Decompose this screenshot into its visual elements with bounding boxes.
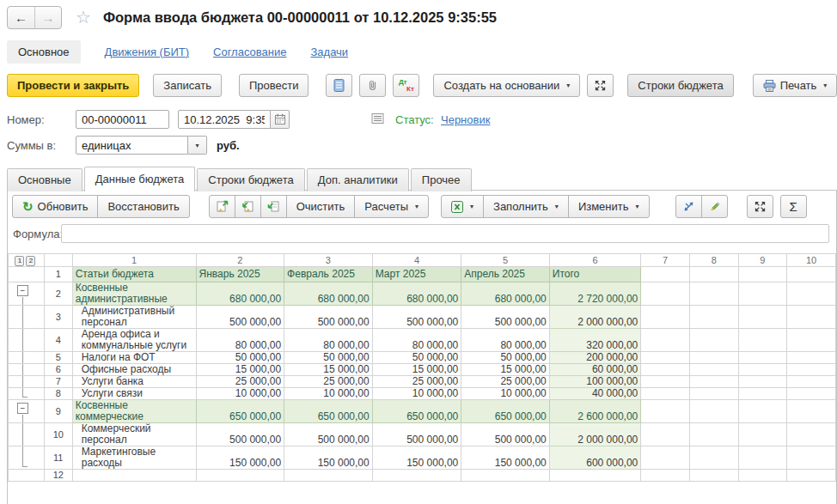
value-cell[interactable]: 10 000,00 xyxy=(196,388,284,400)
total-cell[interactable]: 2 600 000,00 xyxy=(549,400,641,423)
value-cell[interactable]: 80 000,00 xyxy=(284,329,373,352)
post-and-close-button[interactable]: Провести и закрыть xyxy=(7,74,139,97)
empty-cell[interactable] xyxy=(787,423,836,446)
column-header-8[interactable]: 8 xyxy=(689,254,738,267)
amounts-select[interactable] xyxy=(76,136,188,155)
empty-cell[interactable] xyxy=(641,352,690,364)
row-header-4[interactable]: 4 xyxy=(44,329,72,352)
tab-osnovnye[interactable]: Основные xyxy=(7,168,82,191)
empty-cell[interactable] xyxy=(738,446,787,470)
empty-cell[interactable] xyxy=(689,423,738,446)
nav-tab-main[interactable]: Основное xyxy=(7,40,81,64)
total-cell[interactable]: 2 000 000,00 xyxy=(549,423,641,446)
total-cell[interactable]: 200 000,00 xyxy=(549,352,641,364)
total-cell[interactable]: 2 000 000,00 xyxy=(549,306,641,329)
empty-cell[interactable] xyxy=(787,329,836,352)
row-header-9[interactable]: 9 xyxy=(44,400,72,423)
empty-cell[interactable] xyxy=(787,470,836,482)
row-header-2[interactable]: 2 xyxy=(44,282,72,306)
load-selected-button[interactable] xyxy=(260,195,287,218)
empty-cell[interactable] xyxy=(641,423,690,446)
collapse-group-button[interactable]: − xyxy=(17,285,28,296)
tab-extra-analytics[interactable]: Доп. аналитики xyxy=(307,168,409,191)
empty-cell[interactable] xyxy=(787,446,836,470)
article-cell[interactable]: Косвенные коммерческие xyxy=(72,400,196,423)
row-header-5[interactable]: 5 xyxy=(44,352,72,364)
empty-cell[interactable] xyxy=(738,388,787,400)
header-cell[interactable]: Статьи бюджета xyxy=(72,267,196,282)
value-cell[interactable]: 500 000,00 xyxy=(196,306,284,329)
date-input[interactable] xyxy=(178,110,271,129)
value-cell[interactable]: 25 000,00 xyxy=(461,376,550,388)
collapse-group-button[interactable]: − xyxy=(17,403,28,414)
value-cell[interactable]: 25 000,00 xyxy=(284,376,373,388)
total-cell[interactable]: 40 000,00 xyxy=(549,388,641,400)
empty-cell[interactable] xyxy=(689,282,738,306)
value-cell[interactable]: 500 000,00 xyxy=(372,306,461,329)
empty-cell[interactable] xyxy=(641,267,690,282)
row-header-12[interactable]: 12 xyxy=(44,470,72,482)
save-button[interactable]: Записать xyxy=(153,74,222,97)
empty-cell[interactable] xyxy=(738,329,787,352)
row-header-1[interactable]: 1 xyxy=(44,267,72,282)
empty-cell[interactable] xyxy=(738,267,787,282)
column-header-1[interactable]: 1 xyxy=(72,254,196,267)
column-header-9[interactable]: 9 xyxy=(738,254,787,267)
empty-cell[interactable] xyxy=(461,470,550,482)
status-list-button[interactable] xyxy=(371,112,384,124)
value-cell[interactable]: 680 000,00 xyxy=(372,282,461,306)
column-header-2[interactable]: 2 xyxy=(196,254,284,267)
fill-button[interactable]: Заполнить▾ xyxy=(483,195,569,218)
article-cell[interactable]: Косвенные административные xyxy=(72,282,196,306)
swap-rows-columns-button[interactable] xyxy=(675,195,702,218)
outline-level-1-button[interactable]: 1 xyxy=(15,256,24,266)
nav-tab-approval[interactable]: Согласование xyxy=(213,46,286,58)
empty-cell[interactable] xyxy=(787,267,836,282)
refresh-button[interactable]: ↻ Обновить xyxy=(12,195,98,218)
value-cell[interactable]: 500 000,00 xyxy=(461,423,550,446)
empty-cell[interactable] xyxy=(689,329,738,352)
value-cell[interactable]: 25 000,00 xyxy=(196,376,284,388)
value-cell[interactable]: 80 000,00 xyxy=(196,329,284,352)
empty-cell[interactable] xyxy=(72,470,196,482)
row-header-8[interactable]: 8 xyxy=(44,388,72,400)
value-cell[interactable]: 650 000,00 xyxy=(196,400,284,423)
article-cell[interactable]: Услуги связи xyxy=(72,388,196,400)
empty-cell[interactable] xyxy=(738,470,787,482)
value-cell[interactable]: 500 000,00 xyxy=(284,306,373,329)
value-cell[interactable]: 500 000,00 xyxy=(196,423,284,446)
value-cell[interactable]: 50 000,00 xyxy=(196,352,284,364)
expand-button[interactable] xyxy=(587,74,614,97)
empty-cell[interactable] xyxy=(689,470,738,482)
value-cell[interactable]: 150 000,00 xyxy=(196,446,284,470)
article-cell[interactable]: Офисные расходы xyxy=(72,364,196,376)
empty-cell[interactable] xyxy=(689,446,738,470)
tab-budget-lines[interactable]: Строки бюджета xyxy=(197,168,304,191)
value-cell[interactable]: 50 000,00 xyxy=(461,352,550,364)
header-cell[interactable]: Апрель 2025 xyxy=(461,267,550,282)
value-cell[interactable]: 50 000,00 xyxy=(372,352,461,364)
empty-cell[interactable] xyxy=(689,364,738,376)
column-header-7[interactable]: 7 xyxy=(641,254,690,267)
attachments-button[interactable] xyxy=(359,74,386,97)
row-header-11[interactable]: 11 xyxy=(44,446,72,470)
article-cell[interactable]: Административный персонал xyxy=(72,306,196,329)
header-cell[interactable]: Январь 2025 xyxy=(196,267,284,282)
empty-cell[interactable] xyxy=(641,446,690,470)
row-header-3[interactable]: 3 xyxy=(44,306,72,329)
journal-button[interactable] xyxy=(326,74,352,97)
value-cell[interactable]: 500 000,00 xyxy=(284,423,373,446)
column-header-5[interactable]: 5 xyxy=(461,254,550,267)
value-cell[interactable]: 50 000,00 xyxy=(284,352,373,364)
empty-cell[interactable] xyxy=(196,470,284,482)
value-cell[interactable]: 150 000,00 xyxy=(461,446,550,470)
create-based-on-button[interactable]: Создать на основании▾ xyxy=(433,74,580,97)
empty-cell[interactable] xyxy=(787,388,836,400)
value-cell[interactable]: 15 000,00 xyxy=(284,364,373,376)
load-from-table-button[interactable] xyxy=(235,195,261,218)
empty-cell[interactable] xyxy=(689,352,738,364)
value-cell[interactable]: 25 000,00 xyxy=(372,376,461,388)
total-cell[interactable]: 60 000,00 xyxy=(549,364,641,376)
amounts-dropdown-button[interactable]: ▾ xyxy=(188,136,207,155)
value-cell[interactable]: 680 000,00 xyxy=(461,282,550,306)
